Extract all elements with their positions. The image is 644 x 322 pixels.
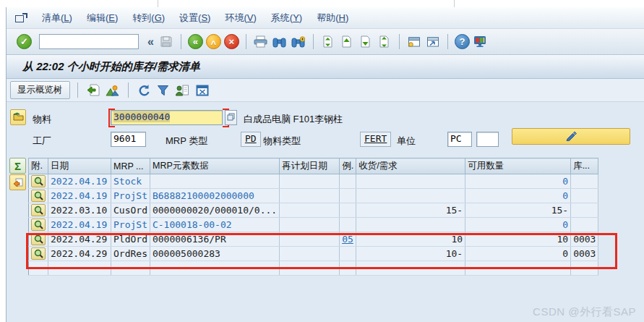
toolbar-separator [447,34,448,49]
cell-date: 2022.04.29 [48,247,111,261]
cell-exception [340,203,356,218]
col-mrp-type[interactable]: MRP ... [111,158,150,174]
overlapping-windows-button[interactable] [225,110,237,125]
sum-button[interactable]: Σ [9,158,26,174]
plant-input[interactable]: 9601 [111,132,146,147]
customize-layout-icon[interactable] [473,34,489,50]
detail-magnifier-button[interactable] [31,204,46,216]
print-icon[interactable] [253,34,269,50]
cell-date: 2022.04.19 [48,189,111,203]
cell-resched [280,203,340,218]
menu-label: 设置( [179,12,201,23]
menu-item-edit[interactable]: 编辑(E) [80,9,125,27]
detail-magnifier-button[interactable] [31,190,46,202]
system-menu-icon[interactable] [15,13,27,23]
col-exception[interactable]: 例. [340,158,356,174]
new-session-icon[interactable] [406,34,422,50]
detail-magnifier-button[interactable] [31,219,46,231]
cell-mrp-type: ProjSt [111,218,150,232]
cell-date: 2022.04.19 [48,218,111,232]
material-input[interactable]: 3000000040 [111,110,223,125]
cell-receipt: 10 [356,232,465,247]
cell-available: 0 [465,174,571,189]
menu-item-help[interactable]: 帮助(H) [309,9,356,27]
page-down-icon[interactable] [358,34,374,50]
menu-mnemonic: Y [293,12,299,23]
standard-toolbar: ✓ ▼ « « ^ × [7,29,644,55]
enter-icon[interactable]: ✓ [17,34,32,49]
overlapping-windows-icon [227,112,235,123]
cell-location [571,174,598,189]
graphic-icon[interactable] [105,82,121,98]
window-edge-tick [454,0,455,7]
col-attachment[interactable]: 附. [29,158,48,174]
col-storage-loc[interactable]: 库... [571,158,598,174]
menu-item-goto[interactable]: 转到(G) [125,9,172,27]
filter-icon[interactable] [155,82,171,98]
mrp-type-value[interactable]: PD [241,132,261,147]
exception-link[interactable]: 05 [342,234,353,245]
refresh-icon[interactable] [136,82,152,98]
cell-mrp-type: CusOrd [111,203,150,218]
cell-exception [340,247,356,261]
paste-segment-button[interactable] [9,174,26,190]
material-tree-button[interactable] [10,109,26,125]
cell-resched [280,247,340,261]
menu-mnemonic: H [339,12,345,23]
unit-extra-input[interactable] [476,132,499,147]
user-settings-icon[interactable] [175,82,191,98]
menu-mnemonic: E [108,12,115,23]
window-x-icon[interactable] [194,82,210,98]
cell-available: 0 [465,218,571,232]
create-shortcut-icon[interactable] [425,34,441,50]
cell-mrp-type: ProjSt [111,189,150,203]
menu-label: 帮助( [317,12,338,23]
detail-magnifier-button[interactable] [31,233,46,245]
clipboard-arrow-icon [13,177,23,189]
col-resched-date[interactable]: 再计划日期 [280,158,340,174]
col-available-qty[interactable]: 可用数量 [465,158,571,174]
back-icon[interactable]: « [188,34,203,49]
detail-magnifier-button[interactable] [31,247,46,260]
col-receipt-reqmt[interactable]: 收货/需求 [356,158,465,174]
material-description: 白成品电脑 F101李钢柱 [244,113,343,126]
folder-icon [13,112,24,123]
find-next-icon[interactable] [291,34,306,50]
menu-item-list[interactable]: 清单(L) [35,9,80,27]
command-field[interactable]: ▼ [39,34,139,49]
cell-element-data: B68882100002000000 [150,189,279,203]
up-icon[interactable]: ^ [206,34,221,49]
toolbar-separator [128,82,129,98]
previous-material-icon[interactable] [85,82,101,98]
menu-item-environment[interactable]: 环境(V) [218,9,263,27]
show-overview-tree-button[interactable]: 显示概览树 [10,81,70,99]
cell-receipt [356,218,465,232]
window-edge-tick [158,0,158,7]
save-icon[interactable] [158,34,174,50]
unit-input[interactable]: PC [447,132,472,147]
edit-button[interactable] [512,128,630,145]
menu-label: ) [207,12,210,23]
toolbar-separator [246,34,246,49]
material-type-value[interactable]: FERT [360,132,391,147]
first-page-icon[interactable] [320,34,336,50]
command-input[interactable] [40,35,139,48]
find-icon[interactable] [272,34,288,50]
menu-item-settings[interactable]: 设置(S) [172,9,218,27]
last-page-icon[interactable] [377,34,392,50]
cell-resched [280,232,340,247]
detail-magnifier-button[interactable] [31,175,46,187]
page-up-icon[interactable] [339,34,355,50]
material-label: 物料 [33,113,51,126]
menu-item-system[interactable]: 系统(Y) [264,9,309,27]
page-title: 从 22:02 个小时开始的库存/需求清单 [22,60,200,74]
table-row: 2022.04.19 ProjSt C-100018-00-02 0 [29,218,598,232]
col-date[interactable]: 日期 [48,158,111,174]
cell-mrp-type: OrdRes [111,247,150,261]
help-icon[interactable]: ? [455,34,470,49]
cell-receipt: 15- [356,203,465,218]
cell-element-data: 0000000020/000010/0... [150,203,279,218]
col-element-data[interactable]: MRP元素数据 [150,158,279,174]
exit-icon[interactable]: × [224,34,239,49]
collapse-field-icon[interactable]: « [146,35,155,48]
